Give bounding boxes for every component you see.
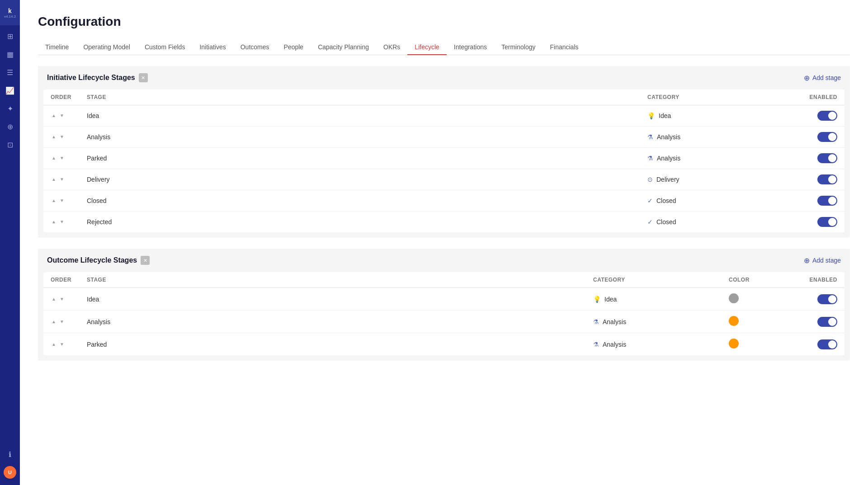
category-cell: ⊙ Delivery — [647, 176, 783, 183]
category-label: Closed — [656, 197, 676, 204]
tab-okrs[interactable]: OKRs — [376, 40, 407, 55]
table-row: ▲ ▼ Analysis ⚗ Analysis — [43, 127, 844, 148]
add-stage-label: Add stage — [812, 74, 841, 81]
order-up-btn[interactable]: ▲ — [51, 155, 57, 161]
initiative-section-collapse-btn[interactable]: ✕ — [139, 73, 148, 82]
sidebar-item-info[interactable]: ℹ — [0, 445, 20, 463]
toggle-delivery[interactable] — [817, 174, 837, 184]
sidebar-item-avatar[interactable]: U — [0, 463, 20, 481]
logo-letter: k — [8, 7, 12, 14]
sidebar-item-analytics[interactable]: ✦ — [0, 99, 20, 118]
sidebar-item-chart[interactable]: 📈 — [0, 81, 20, 99]
order-down-btn[interactable]: ▼ — [59, 219, 65, 225]
category-label: Analysis — [657, 133, 680, 141]
toggle-idea-outcome[interactable] — [817, 294, 837, 304]
outcome-table-header: Order Stage Category Color Enabled — [43, 272, 844, 288]
sidebar: k v4.14.2 ⊞ ▦ ☰ 📈 ✦ ⊕ ⊡ ℹ U — [0, 0, 20, 485]
sidebar-item-grid[interactable]: ⊡ — [0, 136, 20, 154]
toggle-parked[interactable] — [817, 153, 837, 163]
category-cell: ⚗ Analysis — [593, 318, 729, 325]
order-up-btn[interactable]: ▲ — [51, 113, 57, 119]
stage-name: Idea — [87, 112, 647, 119]
order-up-btn[interactable]: ▲ — [51, 219, 57, 225]
toggle-analysis[interactable] — [817, 132, 837, 142]
sidebar-item-dashboard[interactable]: ▦ — [0, 45, 20, 63]
color-dot[interactable] — [729, 316, 739, 326]
order-up-btn[interactable]: ▲ — [51, 341, 57, 348]
tab-financials[interactable]: Financials — [542, 40, 585, 55]
toggle-rejected[interactable] — [817, 217, 837, 227]
sidebar-item-people[interactable]: ⊕ — [0, 118, 20, 136]
order-controls-parked: ▲ ▼ — [51, 341, 87, 348]
tab-timeline[interactable]: Timeline — [38, 40, 76, 55]
stage-name: Analysis — [87, 133, 647, 141]
enabled-cell — [783, 294, 837, 304]
order-down-btn[interactable]: ▼ — [59, 134, 65, 140]
tab-operating-model[interactable]: Operating Model — [76, 40, 137, 55]
order-controls-closed: ▲ ▼ — [51, 198, 87, 204]
tab-capacity-planning[interactable]: Capacity Planning — [311, 40, 376, 55]
initiative-table-header: Order Stage Category Enabled — [43, 89, 844, 105]
info-icon: ℹ — [9, 450, 11, 459]
enabled-cell — [783, 196, 837, 206]
order-down-btn[interactable]: ▼ — [59, 296, 65, 302]
analysis-category-icon: ⚗ — [593, 318, 599, 325]
outcome-add-stage-button[interactable]: ⊕ Add stage — [804, 256, 841, 265]
parked-category-icon: ⚗ — [647, 155, 653, 162]
outcome-table: Order Stage Category Color Enabled ▲ ▼ I… — [43, 272, 844, 355]
order-up-btn[interactable]: ▲ — [51, 319, 57, 325]
app-logo: k v4.14.2 — [0, 0, 20, 25]
analytics-icon: ✦ — [7, 104, 13, 113]
category-cell: ✓ Closed — [647, 218, 783, 226]
order-up-btn[interactable]: ▲ — [51, 134, 57, 140]
sidebar-item-list[interactable]: ☰ — [0, 63, 20, 81]
table-row: ▲ ▼ Idea 💡 Idea — [43, 288, 844, 311]
outcome-section-title: Outcome Lifecycle Stages — [47, 256, 137, 264]
order-down-btn[interactable]: ▼ — [59, 113, 65, 119]
order-down-btn[interactable]: ▼ — [59, 176, 65, 183]
toggle-parked-outcome[interactable] — [817, 339, 837, 349]
category-label: Delivery — [656, 176, 679, 183]
order-up-btn[interactable]: ▲ — [51, 296, 57, 302]
toggle-idea[interactable] — [817, 111, 837, 121]
tab-initiatives[interactable]: Initiatives — [192, 40, 233, 55]
home-icon: ⊞ — [7, 32, 13, 41]
col-order: Order — [51, 94, 87, 100]
toggle-closed[interactable] — [817, 196, 837, 206]
tab-lifecycle[interactable]: Lifecycle — [407, 40, 446, 55]
order-controls-analysis: ▲ ▼ — [51, 134, 87, 140]
order-up-btn[interactable]: ▲ — [51, 176, 57, 183]
tab-integrations[interactable]: Integrations — [447, 40, 494, 55]
order-down-btn[interactable]: ▼ — [59, 319, 65, 325]
col-enabled: Enabled — [783, 94, 837, 100]
analysis-category-icon: ⚗ — [647, 133, 653, 141]
main-content: Configuration Timeline Operating Model C… — [20, 0, 868, 485]
order-controls-rejected: ▲ ▼ — [51, 219, 87, 225]
tab-custom-fields[interactable]: Custom Fields — [137, 40, 192, 55]
stage-name: Parked — [87, 155, 647, 162]
initiative-table: Order Stage Category Enabled ▲ ▼ Idea 💡 … — [43, 89, 844, 232]
rejected-category-icon: ✓ — [647, 218, 653, 226]
delivery-category-icon: ⊙ — [647, 176, 653, 183]
col-color: Color — [729, 277, 783, 283]
order-controls-analysis: ▲ ▼ — [51, 319, 87, 325]
order-down-btn[interactable]: ▼ — [59, 198, 65, 204]
idea-category-icon: 💡 — [593, 296, 601, 303]
outcome-section-collapse-btn[interactable]: ✕ — [141, 256, 150, 265]
toggle-analysis-outcome[interactable] — [817, 317, 837, 327]
color-dot[interactable] — [729, 293, 739, 303]
initiative-add-stage-button[interactable]: ⊕ Add stage — [804, 74, 841, 82]
color-dot[interactable] — [729, 339, 739, 348]
category-cell: ⚗ Analysis — [647, 155, 783, 162]
tab-people[interactable]: People — [277, 40, 311, 55]
order-down-btn[interactable]: ▼ — [59, 155, 65, 161]
tab-outcomes[interactable]: Outcomes — [233, 40, 277, 55]
category-label: Idea — [659, 112, 671, 119]
tab-terminology[interactable]: Terminology — [494, 40, 542, 55]
order-up-btn[interactable]: ▲ — [51, 198, 57, 204]
sidebar-item-home[interactable]: ⊞ — [0, 27, 20, 45]
grid-icon: ⊡ — [7, 141, 13, 149]
table-row: ▲ ▼ Closed ✓ Closed — [43, 190, 844, 212]
color-cell — [729, 339, 783, 350]
order-down-btn[interactable]: ▼ — [59, 341, 65, 348]
